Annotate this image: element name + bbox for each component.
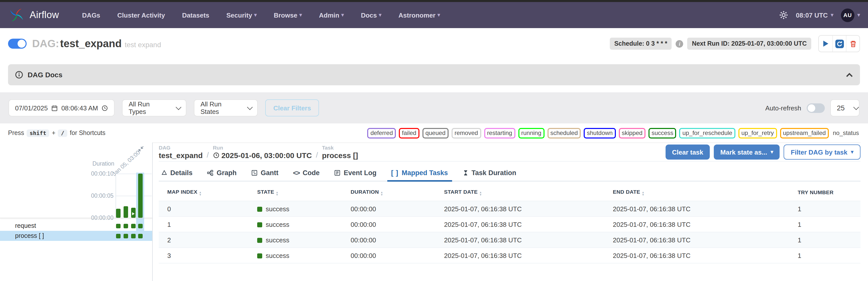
schedule-info-icon[interactable]: i <box>676 40 683 47</box>
sort-icon: ▲▼ <box>380 191 383 196</box>
column-header-start-date[interactable]: START DATE▲▼ <box>435 183 604 201</box>
breadcrumb-task[interactable]: Task process [] <box>322 145 358 161</box>
dag-title: DAG: test_expand test expand <box>32 38 161 50</box>
cell-try-number: 1 <box>789 248 861 263</box>
filter-dag-by-task-button[interactable]: Filter DAG by task ▾ <box>784 144 861 160</box>
tab-event-log[interactable]: Event Log <box>334 166 377 181</box>
cell-end-date: 2025-01-07, 06:16:38 UTC <box>604 232 789 248</box>
chevron-down-icon: ▾ <box>299 12 302 17</box>
table-row[interactable]: 2 success 00:00:00 2025-01-07, 06:16:38 … <box>159 232 861 248</box>
time-value: 08:06:43 AM <box>61 104 98 112</box>
table-row[interactable]: 3 success 00:00:00 2025-01-07, 06:16:38 … <box>159 248 861 263</box>
clear-filters-button[interactable]: Clear Filters <box>265 99 319 116</box>
run-duration-bar-4[interactable] <box>138 174 143 218</box>
cell-try-number: 1 <box>789 232 861 248</box>
chart-baseline <box>0 218 152 218</box>
task-instance-square[interactable] <box>138 234 143 238</box>
dag-pause-toggle[interactable] <box>8 39 27 49</box>
tab-gantt[interactable]: Gantt <box>251 166 279 181</box>
nav-item-browse[interactable]: Browse▾ <box>274 11 302 19</box>
grid-panel: Duration Jan 05, 03:00 00:00:10 00:00:05… <box>0 142 153 281</box>
task-row-process-selected[interactable]: process [ ] <box>0 231 152 241</box>
table-row[interactable]: 0 success 00:00:00 2025-01-07, 06:16:38 … <box>159 201 861 216</box>
mark-state-button[interactable]: Mark state as... ▾ <box>714 144 780 160</box>
state-legend: deferred failed queued removed restartin… <box>367 128 860 138</box>
chevron-down-icon: ▾ <box>254 12 257 17</box>
info-circle-icon <box>15 71 23 79</box>
breadcrumb-dag[interactable]: DAG test_expand <box>159 145 203 161</box>
airflow-logo[interactable]: Airflow <box>8 6 59 24</box>
nav-item-dags[interactable]: DAGs <box>82 11 100 19</box>
nav-item-datasets[interactable]: Datasets <box>182 11 209 19</box>
task-instance-square[interactable] <box>131 223 135 228</box>
chevron-up-icon[interactable] <box>846 72 853 77</box>
cell-start-date: 2025-01-07, 06:16:38 UTC <box>435 216 604 232</box>
legend-scheduled: scheduled <box>547 128 581 138</box>
shortcut-hint: Pressshift+/for Shortcuts <box>8 130 105 137</box>
column-header-map-index[interactable]: MAP INDEX▲▼ <box>159 183 249 201</box>
nav-item-astronomer[interactable]: Astronomer▾ <box>399 11 440 19</box>
y-tick-10s: 00:00:10 <box>81 171 114 177</box>
tab-details[interactable]: Details <box>161 166 193 181</box>
task-name[interactable]: request <box>15 222 36 229</box>
next-run-badge: Next Run ID: 2025-01-07, 03:00:00 UTC <box>687 38 811 50</box>
task-instance-square[interactable] <box>116 234 121 238</box>
chevron-down-icon <box>176 104 182 110</box>
trash-icon <box>849 40 857 47</box>
date-time-input[interactable]: 07/01/2025 08:06:43 AM <box>8 99 115 116</box>
main-content: Duration Jan 05, 03:00 00:00:10 00:00:05… <box>0 142 868 281</box>
gridline <box>116 196 152 196</box>
chevron-down-icon: ▾ <box>437 12 440 17</box>
task-instance-square[interactable] <box>116 223 121 228</box>
cell-duration: 00:00:00 <box>342 232 435 248</box>
legend-no-status: no_status <box>832 129 860 137</box>
breadcrumb-separator: / <box>316 150 318 161</box>
cell-try-number: 1 <box>789 201 861 216</box>
run-duration-bar-1[interactable] <box>116 209 121 218</box>
tab-task-duration[interactable]: Task Duration <box>462 166 517 181</box>
run-state-select[interactable]: All Run States <box>194 99 258 116</box>
kbd-slash: / <box>58 130 67 137</box>
nav-item-cluster-activity[interactable]: Cluster Activity <box>117 11 165 19</box>
nav-item-docs[interactable]: Docs▾ <box>361 11 381 19</box>
cell-duration: 00:00:00 <box>342 248 435 263</box>
tab-mapped-tasks[interactable]: [ ] Mapped Tasks <box>391 166 448 181</box>
dag-header: DAG: test_expand test expand Schedule: 0… <box>0 28 868 59</box>
delete-dag-button[interactable] <box>846 36 860 52</box>
table-row[interactable]: 1 success 00:00:00 2025-01-07, 06:16:38 … <box>159 216 861 232</box>
event-log-icon <box>334 169 341 176</box>
run-duration-bar-2[interactable] <box>124 206 128 218</box>
task-instance-square[interactable] <box>124 234 128 238</box>
task-instance-square[interactable] <box>124 223 128 228</box>
user-menu[interactable]: AU ▾ <box>841 8 860 22</box>
dag-docs-accordion[interactable]: DAG Docs <box>8 64 860 85</box>
column-header-state[interactable]: STATE▲▼ <box>249 183 342 201</box>
column-header-end-date[interactable]: END DATE▲▼ <box>604 183 789 201</box>
settings-gear-icon[interactable] <box>779 10 788 20</box>
nav-item-security[interactable]: Security▾ <box>226 11 257 19</box>
task-row-request[interactable]: request <box>0 221 152 231</box>
chevron-down-icon: ▾ <box>851 149 854 154</box>
clear-task-button[interactable]: Clear task <box>665 144 710 160</box>
cell-duration: 00:00:00 <box>342 201 435 216</box>
task-instance-square[interactable] <box>131 234 135 238</box>
nav-item-admin[interactable]: Admin▾ <box>319 11 344 19</box>
reparse-dag-button[interactable] <box>832 36 846 52</box>
tab-graph[interactable]: Graph <box>207 166 237 181</box>
task-instance-square[interactable] <box>138 223 143 228</box>
timezone-selector[interactable]: 08:07 UTC ▾ <box>796 11 833 19</box>
cell-state: success <box>249 232 342 248</box>
column-header-duration[interactable]: DURATION▲▼ <box>342 183 435 201</box>
run-type-select[interactable]: All Run Types <box>122 99 186 116</box>
legend-success: success <box>649 128 676 138</box>
auto-refresh-toggle[interactable] <box>807 103 825 113</box>
success-state-square <box>257 238 262 243</box>
page-size-select[interactable]: 25 <box>830 99 860 116</box>
cell-map-index: 1 <box>159 216 249 232</box>
tab-code[interactable]: <> Code <box>292 166 320 181</box>
cell-end-date: 2025-01-07, 06:16:38 UTC <box>604 216 789 232</box>
cell-start-date: 2025-01-07, 06:16:38 UTC <box>435 201 604 216</box>
trigger-dag-button[interactable] <box>819 36 832 52</box>
task-name[interactable]: process [ ] <box>15 232 44 239</box>
breadcrumb-run[interactable]: Run 2025-01-06, 03:00:00 UTC <box>213 145 312 161</box>
